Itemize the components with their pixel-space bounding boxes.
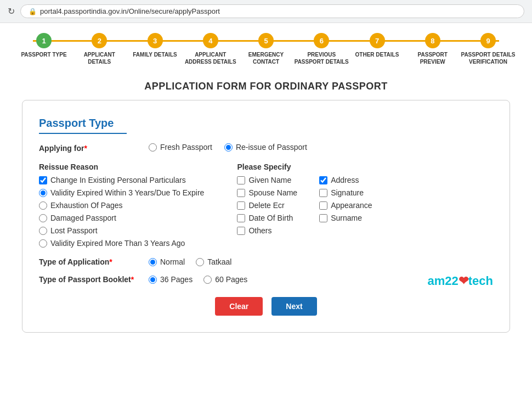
step-label-8: PASSPORT PREVIEW: [405, 51, 460, 65]
step-item-1: 1PASSPORT TYPE: [16, 33, 71, 58]
reissue-reason-label-validity_expired_more: Validity Expired More Than 3 Years Ago: [50, 239, 185, 248]
specify-spouse_name[interactable]: Spouse Name: [237, 188, 297, 197]
reissue-reason-lost[interactable]: Lost Passport: [39, 226, 204, 235]
specify-checkbox-given_name[interactable]: [237, 176, 245, 184]
step-item-8: 8PASSPORT PREVIEW: [405, 33, 460, 65]
step-circle-3[interactable]: 3: [148, 33, 163, 48]
specify-checkbox-delete_ecr[interactable]: [237, 201, 245, 210]
reissue-reason-exhaustion_pages[interactable]: Exhaustion Of Pages: [39, 201, 204, 210]
reissue-reason-label-validity_expired_3: Validity Expired Within 3 Years/Due To E…: [50, 188, 204, 197]
reissue-reason-input-damaged[interactable]: [39, 214, 47, 222]
specify-surname[interactable]: Surname: [319, 214, 372, 222]
step-item-3: 3FAMILY DETAILS: [128, 33, 183, 58]
type-application-label: Type of Application*: [39, 257, 149, 266]
applying-for-option-fresh[interactable]: Fresh Passport: [149, 143, 212, 152]
specify-label-given_name: Given Name: [248, 176, 291, 184]
step-item-6: 6PREVIOUS PASSPORT DETAILS: [294, 33, 349, 65]
browser-bar: ↻ 🔒 portal4.passportindia.gov.in/Online/…: [0, 0, 532, 23]
reissue-reason-input-exhaustion_pages[interactable]: [39, 201, 47, 210]
step-circle-2[interactable]: 2: [92, 33, 107, 48]
reissue-reason-label-damaged: Damaged Passport: [50, 214, 116, 222]
specify-checkbox-address[interactable]: [319, 176, 327, 184]
specify-label-others: Others: [248, 226, 271, 235]
specify-signature[interactable]: Signature: [319, 188, 372, 197]
reissue-reason-label-exhaustion_pages: Exhaustion Of Pages: [50, 201, 123, 210]
applying-for-radio-fresh[interactable]: [149, 143, 157, 152]
type-booklet-radio-36pages[interactable]: [149, 276, 157, 284]
type-booklet-radio-60pages[interactable]: [203, 276, 212, 284]
reissue-reason-input-validity_expired_more[interactable]: [39, 239, 47, 248]
step-item-9: 9PASSPORT DETAILS VERIFICATION: [461, 33, 516, 65]
step-circle-7[interactable]: 7: [370, 33, 385, 48]
applying-for-row: Applying for* Fresh PassportRe-issue of …: [39, 143, 493, 153]
reissue-reason-validity_expired_more[interactable]: Validity Expired More Than 3 Years Ago: [39, 239, 204, 248]
specify-others[interactable]: Others: [237, 226, 297, 235]
step-label-7: OTHER DETAILS: [355, 51, 399, 58]
reissue-reason-title: Reissue Reason: [39, 162, 204, 171]
type-booklet-option-60pages[interactable]: 60 Pages: [203, 275, 247, 284]
specify-address[interactable]: Address: [319, 176, 372, 184]
specify-label-surname: Surname: [331, 214, 362, 222]
specify-checkbox-date_of_birth[interactable]: [237, 214, 245, 222]
step-circle-6[interactable]: 6: [314, 33, 329, 48]
specify-date_of_birth[interactable]: Date Of Birth: [237, 214, 297, 222]
reissue-reason-label-change_particulars: Change In Existing Personal Particulars: [50, 176, 186, 184]
lock-icon: 🔒: [29, 8, 37, 15]
reissue-reason-label-lost: Lost Passport: [50, 226, 98, 235]
reissue-reason-col: Reissue Reason Change In Existing Person…: [39, 162, 204, 248]
clear-button[interactable]: Clear: [215, 297, 263, 316]
step-circle-5[interactable]: 5: [258, 33, 274, 48]
reissue-reason-input-validity_expired_3[interactable]: [39, 189, 47, 197]
step-label-3: FAMILY DETAILS: [133, 51, 177, 58]
reissue-reason-damaged[interactable]: Damaged Passport: [39, 214, 204, 222]
step-circle-9[interactable]: 9: [480, 33, 496, 48]
specify-given_name[interactable]: Given Name: [237, 176, 297, 184]
type-application-option-tatkaal[interactable]: Tatkaal: [196, 257, 231, 266]
specify-col2: AddressSignatureAppearanceSurname: [319, 176, 372, 235]
branding: am22❤tech: [427, 274, 493, 288]
reissue-reason-input-change_particulars[interactable]: [39, 176, 47, 184]
reissue-reason-input-lost[interactable]: [39, 227, 47, 235]
specify-col1: Given NameSpouse NameDelete EcrDate Of B…: [237, 176, 297, 235]
specify-checkbox-appearance[interactable]: [319, 201, 327, 210]
step-item-5: 5EMERGENCY CONTACT: [239, 33, 293, 65]
page-wrapper: 1PASSPORT TYPE2APPLICANT DETAILS3FAMILY …: [0, 23, 532, 398]
type-application-options: NormalTatkaal: [149, 257, 231, 266]
specify-delete_ecr[interactable]: Delete Ecr: [237, 201, 297, 210]
step-label-5: EMERGENCY CONTACT: [239, 51, 293, 65]
reissue-reason-validity_expired_3[interactable]: Validity Expired Within 3 Years/Due To E…: [39, 188, 204, 197]
type-application-radio-normal[interactable]: [149, 258, 157, 266]
specify-label-appearance: Appearance: [331, 201, 372, 210]
applying-for-radio-reissue[interactable]: [224, 143, 233, 152]
specify-checkbox-signature[interactable]: [319, 189, 327, 197]
type-booklet-row: Type of Passport Booklet* 36 Pages60 Pag…: [39, 275, 493, 284]
section-title: Passport Type: [39, 117, 493, 130]
type-application-option-normal[interactable]: Normal: [149, 257, 185, 266]
specify-checkbox-others[interactable]: [237, 227, 245, 235]
applying-for-option-reissue[interactable]: Re-issue of Passport: [224, 143, 307, 152]
step-circle-1: 1: [36, 33, 52, 48]
type-application-radio-tatkaal[interactable]: [196, 258, 204, 266]
reload-icon[interactable]: ↻: [8, 6, 15, 16]
reissue-reason-change_particulars[interactable]: Change In Existing Personal Particulars: [39, 176, 204, 184]
address-bar: 🔒 portal4.passportindia.gov.in/Online/se…: [20, 4, 524, 18]
step-label-1: PASSPORT TYPE: [21, 51, 66, 58]
type-booklet-option-36pages[interactable]: 36 Pages: [149, 275, 193, 284]
type-booklet-label: Type of Passport Booklet*: [39, 275, 149, 284]
section-divider: [39, 133, 127, 134]
reasons-row: Reissue Reason Change In Existing Person…: [39, 162, 493, 248]
specify-checkbox-surname[interactable]: [319, 214, 327, 222]
step-circle-4[interactable]: 4: [203, 33, 218, 48]
step-circle-8[interactable]: 8: [425, 33, 440, 48]
applying-for-options: Fresh PassportRe-issue of Passport: [149, 143, 315, 152]
step-label-6: PREVIOUS PASSPORT DETAILS: [294, 51, 349, 65]
step-label-2: APPLICANT DETAILS: [72, 51, 127, 65]
please-specify-col: Please Specify Given NameSpouse NameDele…: [237, 162, 372, 248]
applying-for-label: Applying for*: [39, 143, 149, 153]
next-button[interactable]: Next: [271, 297, 316, 316]
specify-appearance[interactable]: Appearance: [319, 201, 372, 210]
specify-label-address: Address: [331, 176, 359, 184]
form-card: Passport Type Applying for* Fresh Passpo…: [22, 100, 510, 333]
url-text: portal4.passportindia.gov.in/Online/secu…: [40, 7, 220, 15]
specify-checkbox-spouse_name[interactable]: [237, 189, 245, 197]
